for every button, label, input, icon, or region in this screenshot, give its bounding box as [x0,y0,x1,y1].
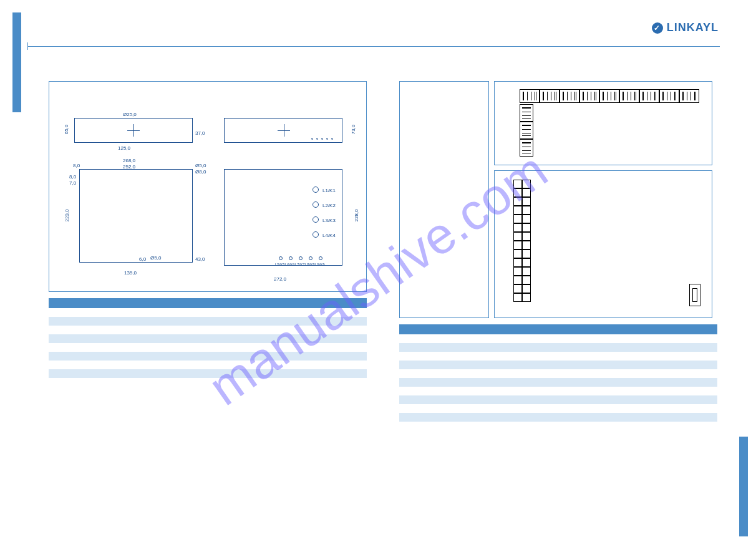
table-cell [654,334,717,343]
table-cell [128,326,208,334]
table-cell [208,308,288,317]
table-cell [526,422,590,430]
dim-6: 6,0 [139,256,146,262]
table-cell [463,404,526,413]
table-cell [463,413,526,422]
terminal-strip [311,139,339,141]
dim-phi5a: Ø5,0 [195,163,206,168]
check-icon: ✓ [652,22,663,34]
table-cell [399,334,463,343]
table-cell [49,361,128,369]
table-row [399,361,717,369]
label-l1: L1/K1 [322,188,336,193]
table-cell [399,387,463,395]
dim-43: 43,0 [195,256,205,262]
dim-73: 73,0 [351,125,356,135]
table-cell [128,334,208,343]
table-cell [208,317,288,326]
right-page [399,81,717,430]
dim-268: 268,0 [123,158,135,163]
table-cell [463,334,526,343]
table-cell [654,361,717,369]
terminal-l4 [313,231,319,238]
dim-8a: 8,0 [73,163,80,168]
table-row [399,387,717,395]
terminal-t3 [299,256,303,260]
table-cell [399,422,463,430]
header-rule [27,46,720,47]
table-cell [526,413,590,422]
table-cell [49,352,128,361]
table-cell [399,361,463,369]
terminal-l1 [313,186,319,193]
connector-box [689,284,700,306]
table-cell [526,369,590,378]
right-accent-bar [739,437,748,536]
table-cell [399,395,463,404]
dim-252: 252,0 [123,164,135,170]
table-cell [288,361,367,369]
right-spec-table [399,324,717,430]
table-cell [288,308,367,317]
table-cell [590,334,654,343]
table-cell [590,378,654,387]
table-cell [49,343,128,352]
table-cell [526,343,590,352]
dim-phi25: Ø25,0 [123,112,137,117]
left-accent-bar [12,12,21,112]
table-cell [654,378,717,387]
table-cell [654,369,717,378]
table-cell [463,369,526,378]
dim-phi8: Ø8,0 [195,169,206,175]
label-t5: L9/K9 [315,263,325,266]
table-cell [128,378,208,387]
table-cell [463,361,526,369]
table-cell [526,352,590,361]
terminal-t2 [289,256,293,260]
label-t3: L7/K7 [295,263,305,266]
table-row [399,413,717,422]
right-diagram-side [399,81,489,318]
terminal-l2 [313,201,319,208]
table-row [399,343,717,352]
table-cell [463,352,526,361]
right-diagram-top [494,81,712,165]
table-cell [399,413,463,422]
terminal-col-left [520,104,533,157]
table-cell [399,404,463,413]
table-row [49,308,367,317]
lt-h1 [128,298,208,308]
lt-h2 [208,298,288,308]
table-row [49,343,367,352]
table-cell [208,361,288,369]
table-cell [463,387,526,395]
table-row [399,378,717,387]
table-row [49,326,367,334]
table-cell [590,352,654,361]
box-bottom-left [79,169,193,263]
table-cell [590,343,654,352]
table-cell [654,395,717,404]
table-cell [128,352,208,361]
table-cell [590,413,654,422]
dim-223: 223,0 [64,209,70,221]
table-cell [526,387,590,395]
table-row [399,369,717,378]
rt-h1 [463,324,526,334]
label-l4: L4/K4 [322,233,336,238]
table-row [49,352,367,361]
dim-phi5b: Ø5,0 [150,255,161,261]
left-page: Ø25,0 65,0 37,0 125,0 73,0 268,0 8,0 252… [49,81,367,387]
table-cell [654,413,717,422]
label-l2: L2/K2 [322,203,336,208]
table-cell [526,378,590,387]
table-cell [49,378,128,387]
table-cell [590,369,654,378]
dim-135: 135,0 [124,270,137,276]
table-row [49,317,367,326]
table-cell [208,326,288,334]
rt-h2 [526,324,590,334]
table-row [49,369,367,378]
table-cell [526,395,590,404]
table-cell [128,369,208,378]
